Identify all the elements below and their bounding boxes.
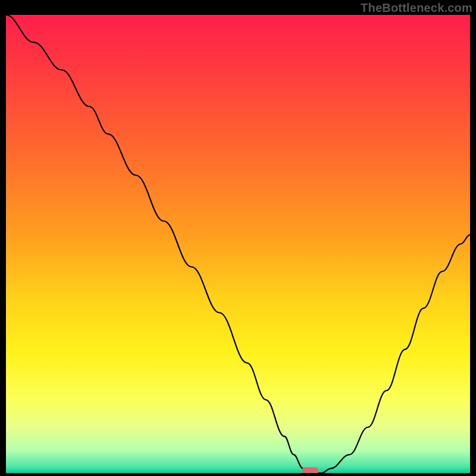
chart-svg — [6, 15, 470, 473]
background-gradient-rect — [6, 15, 470, 473]
optimal-marker — [302, 467, 318, 473]
chart-frame: TheBottleneck.com — [0, 0, 476, 476]
watermark-text: TheBottleneck.com — [361, 1, 472, 15]
